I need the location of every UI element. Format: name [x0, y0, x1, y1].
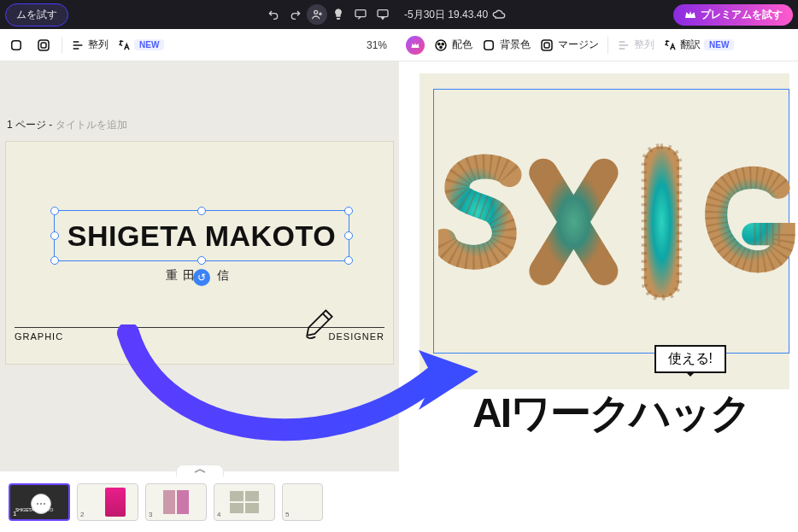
resize-handle[interactable]	[344, 256, 353, 265]
svg-rect-4	[38, 40, 49, 50]
margin-button[interactable]: マージン	[539, 38, 599, 53]
svg-point-9	[440, 46, 442, 48]
thumb-num: 2	[80, 511, 84, 518]
thumbnail-3[interactable]: 3	[145, 483, 207, 521]
redo-icon[interactable]	[285, 3, 307, 26]
page-number: 1 ページ -	[7, 119, 56, 131]
undo-icon[interactable]	[262, 3, 285, 26]
stylized-text-art[interactable]	[438, 102, 789, 342]
thumbnail-2[interactable]: 2	[77, 483, 138, 521]
footer-left: GRAPHIC	[15, 331, 63, 342]
present-icon[interactable]	[372, 3, 394, 26]
left-toolbar: 整列 NEW 31%	[0, 29, 399, 61]
svg-rect-10	[484, 40, 494, 50]
right-stage[interactable]	[399, 61, 798, 532]
color-scheme-label: 配色	[452, 38, 472, 52]
thumbnail-5[interactable]: 5	[282, 483, 323, 521]
try-pill[interactable]: ムを試す	[5, 3, 68, 26]
canvas-title[interactable]: SHIGETA MAKOTO	[67, 219, 336, 253]
svg-rect-1	[355, 10, 366, 17]
page-header[interactable]: 1 ページ - タイトルを追加	[7, 118, 394, 132]
shape-square-icon[interactable]	[7, 36, 26, 55]
new-badge: NEW	[134, 39, 164, 50]
canvas-subtitle[interactable]: 重田 信	[6, 268, 393, 284]
translate-label: 翻訳	[680, 38, 701, 52]
resize-handle[interactable]	[197, 207, 206, 215]
shape-inset-icon[interactable]	[34, 36, 53, 55]
comment-icon[interactable]	[349, 3, 372, 26]
right-topbar: -5月30日 19.43.40 プレミアムを試す	[399, 0, 798, 29]
svg-rect-3	[12, 40, 21, 50]
cloud-sync-icon[interactable]	[488, 3, 510, 26]
selected-text-box[interactable]: SHIGETA MAKOTO ↺	[54, 210, 349, 261]
thumbs-handle-icon[interactable]	[176, 465, 224, 476]
thumbnail-1[interactable]: ⋯ SHIGETA MAKOTO 1	[9, 483, 70, 521]
svg-point-8	[442, 43, 443, 44]
speech-text: 使える!	[668, 351, 713, 365]
premium-label: プレミアムを試す	[701, 8, 783, 22]
arrange-label: 整列	[634, 38, 654, 52]
new-badge: NEW	[704, 39, 734, 50]
left-topbar: ムを試す	[0, 0, 399, 29]
arrow-overlay-icon	[111, 324, 487, 461]
file-timestamp: -5月30日 19.43.40	[404, 8, 488, 22]
right-toolbar: 配色 背景色 マージン 整列 翻訳 NEW	[399, 29, 798, 61]
add-person-icon[interactable]	[307, 4, 327, 25]
arrange-label: 整列	[88, 38, 109, 52]
resize-handle[interactable]	[344, 207, 353, 215]
color-scheme-button[interactable]: 配色	[433, 38, 472, 53]
svg-point-7	[438, 43, 440, 44]
thumbnail-4[interactable]: 4	[214, 483, 275, 521]
thumb-num: 5	[285, 511, 289, 518]
glyph-i	[614, 111, 709, 333]
svg-rect-2	[378, 10, 388, 17]
svg-rect-13	[643, 146, 678, 297]
page-title-placeholder[interactable]: タイトルを追加	[56, 119, 127, 131]
resize-handle[interactable]	[197, 256, 206, 265]
resize-handle[interactable]	[344, 231, 353, 240]
premium-crown-icon[interactable]	[406, 36, 425, 55]
resize-handle[interactable]	[50, 231, 59, 240]
margin-label: マージン	[558, 38, 599, 52]
thumbnail-strip: ⋯ SHIGETA MAKOTO 1 2 3 4 5	[0, 471, 399, 532]
resize-handle[interactable]	[50, 256, 59, 265]
arrange-button-disabled: 整列	[617, 38, 654, 52]
translate-button[interactable]: NEW	[117, 38, 164, 52]
glyph-g	[701, 111, 796, 333]
arrange-button[interactable]: 整列	[71, 38, 109, 52]
thumb-num: 4	[217, 511, 220, 518]
headline-text: AIワークハック	[472, 386, 750, 441]
lightbulb-icon[interactable]	[327, 3, 349, 26]
svg-point-6	[436, 40, 446, 50]
resize-handle[interactable]	[50, 207, 59, 215]
thumb-num: 1	[13, 510, 16, 517]
premium-pill[interactable]: プレミアムを試す	[673, 4, 793, 26]
svg-rect-12	[544, 43, 549, 48]
svg-rect-11	[542, 40, 552, 50]
glyph-s	[438, 111, 533, 333]
background-label: 背景色	[500, 38, 531, 52]
svg-point-0	[314, 10, 318, 14]
speech-bubble: 使える!	[654, 345, 726, 373]
zoom-display[interactable]: 31%	[367, 39, 392, 51]
svg-rect-5	[41, 43, 46, 48]
translate-button[interactable]: 翻訳 NEW	[663, 38, 734, 52]
try-pill-label: ムを試す	[16, 8, 57, 22]
thumb-num: 3	[149, 511, 152, 518]
background-button[interactable]: 背景色	[481, 38, 531, 53]
glyph-x	[526, 111, 621, 333]
